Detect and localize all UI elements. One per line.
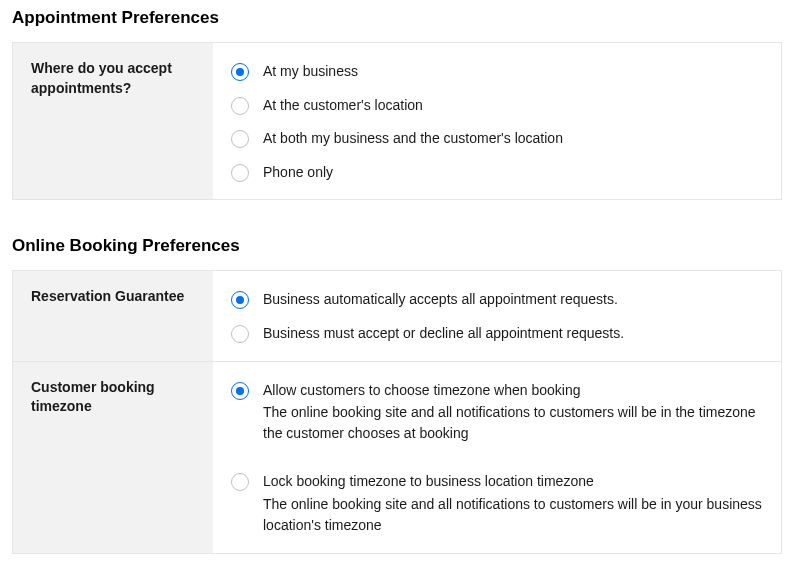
radio-option-auto-accept[interactable]: Business automatically accepts all appoi…	[231, 283, 763, 317]
panel-row: Where do you accept appointments? At my …	[13, 43, 781, 199]
radio-option-customer-location[interactable]: At the customer's location	[231, 89, 763, 123]
radio-text: At my business	[263, 62, 763, 82]
radio-text: Allow customers to choose timezone when …	[263, 381, 763, 445]
radio-label: Lock booking timezone to business locati…	[263, 472, 763, 492]
radio-icon	[231, 97, 249, 115]
radio-label: Allow customers to choose timezone when …	[263, 381, 763, 401]
radio-text: At both my business and the customer's l…	[263, 129, 763, 149]
radio-text: Phone only	[263, 163, 763, 183]
appointment-preferences-panel: Where do you accept appointments? At my …	[12, 42, 782, 200]
row-label: Customer booking timezone	[13, 362, 213, 553]
panel-row: Customer booking timezone Allow customer…	[13, 362, 781, 553]
row-content: Business automatically accepts all appoi…	[213, 271, 781, 360]
online-booking-preferences-section: Online Booking Preferences Reservation G…	[12, 236, 782, 553]
online-booking-preferences-panel: Reservation Guarantee Business automatic…	[12, 270, 782, 553]
section-title: Appointment Preferences	[12, 8, 782, 28]
radio-text: Business automatically accepts all appoi…	[263, 290, 763, 310]
row-label: Where do you accept appointments?	[13, 43, 213, 199]
radio-text: Lock booking timezone to business locati…	[263, 472, 763, 536]
radio-icon	[231, 325, 249, 343]
radio-option-both[interactable]: At both my business and the customer's l…	[231, 122, 763, 156]
radio-option-at-my-business[interactable]: At my business	[231, 55, 763, 89]
radio-icon	[231, 164, 249, 182]
panel-row: Reservation Guarantee Business automatic…	[13, 271, 781, 361]
radio-icon	[231, 63, 249, 81]
radio-icon	[231, 382, 249, 400]
radio-label: Business automatically accepts all appoi…	[263, 290, 763, 310]
radio-label: Business must accept or decline all appo…	[263, 324, 763, 344]
radio-label: Phone only	[263, 163, 763, 183]
radio-text: Business must accept or decline all appo…	[263, 324, 763, 344]
radio-icon	[231, 291, 249, 309]
radio-icon	[231, 473, 249, 491]
radio-icon	[231, 130, 249, 148]
radio-option-manual-accept[interactable]: Business must accept or decline all appo…	[231, 317, 763, 351]
radio-description: The online booking site and all notifica…	[263, 494, 763, 536]
row-content: Allow customers to choose timezone when …	[213, 362, 781, 553]
radio-option-phone-only[interactable]: Phone only	[231, 156, 763, 190]
section-title: Online Booking Preferences	[12, 236, 782, 256]
radio-option-customer-timezone[interactable]: Allow customers to choose timezone when …	[231, 374, 763, 452]
radio-option-business-timezone[interactable]: Lock booking timezone to business locati…	[231, 465, 763, 543]
radio-label: At both my business and the customer's l…	[263, 129, 763, 149]
row-content: At my business At the customer's locatio…	[213, 43, 781, 199]
appointment-preferences-section: Appointment Preferences Where do you acc…	[12, 8, 782, 200]
radio-text: At the customer's location	[263, 96, 763, 116]
row-label: Reservation Guarantee	[13, 271, 213, 360]
radio-description: The online booking site and all notifica…	[263, 402, 763, 444]
radio-label: At my business	[263, 62, 763, 82]
spacer	[231, 451, 763, 465]
radio-label: At the customer's location	[263, 96, 763, 116]
